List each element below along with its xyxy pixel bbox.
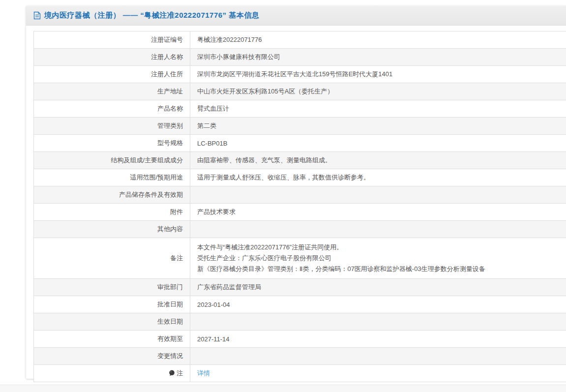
row-value <box>190 348 566 365</box>
remark-line: 受托生产企业：广东乐心医疗电子股份有限公司 <box>197 253 566 264</box>
table-row: 适用范围/预期用途适用于测量成人舒张压、收缩压、脉率，其数值供诊断参考。 <box>34 169 566 186</box>
row-label: 型号规格 <box>34 135 190 152</box>
row-label: 批准日期 <box>34 296 190 313</box>
table-row: 审批部门广东省药品监督管理局 <box>34 279 566 296</box>
page-background: 境内医疗器械（注册） —— “粤械注准20222071776” 基本信息 注册证… <box>0 0 566 392</box>
registration-info-table: 注册证编号粤械注准20222071776注册人名称深圳市小豚健康科技有限公司注册… <box>33 31 566 382</box>
table-row: 批准日期2023-01-04 <box>34 296 566 313</box>
table-row: 注册人住所深圳市龙岗区平湖街道禾花社区平吉大道北159号恒路E时代大厦1401 <box>34 66 566 83</box>
table-row: 生产地址中山市火炬开发区东利路105号A区（委托生产） <box>34 83 566 100</box>
row-value: 深圳市龙岗区平湖街道禾花社区平吉大道北159号恒路E时代大厦1401 <box>190 66 566 83</box>
row-value: 产品技术要求 <box>190 204 566 221</box>
row-label: 产品名称 <box>34 100 190 118</box>
row-value: 适用于测量成人舒张压、收缩压、脉率，其数值供诊断参考。 <box>190 169 566 186</box>
row-value: 粤械注准20222071776 <box>190 31 566 49</box>
row-value: 2023-01-04 <box>190 296 566 313</box>
table-row: 生效日期 <box>34 313 566 331</box>
row-value: 详情 <box>190 365 566 382</box>
table-row: 附件产品技术要求 <box>34 204 566 221</box>
table-row: 结构及组成/主要组成成分由阻塞袖带、传感器、充气泵、测量电路组成。 <box>34 152 566 169</box>
table-row: 产品名称臂式血压计 <box>34 100 566 118</box>
row-label: 适用范围/预期用途 <box>34 169 190 186</box>
page-title: 境内医疗器械（注册） —— “粤械注准20222071776” 基本信息 <box>44 11 259 20</box>
row-value: 臂式血压计 <box>190 100 566 118</box>
table-row: 变更情况 <box>34 348 566 365</box>
table-row: 注册证编号粤械注准20222071776 <box>34 31 566 49</box>
row-value: 本文件与“粤械注准20222071776”注册证共同使用。受托生产企业：广东乐心… <box>190 238 566 279</box>
row-value: 由阻塞袖带、传感器、充气泵、测量电路组成。 <box>190 152 566 169</box>
row-label: 注册人住所 <box>34 66 190 83</box>
row-label: 审批部门 <box>34 279 190 296</box>
row-value: 第二类 <box>190 118 566 135</box>
row-label: 管理类别 <box>34 118 190 135</box>
remark-line: 本文件与“粤械注准20222071776”注册证共同使用。 <box>197 242 566 253</box>
row-value: 2027-11-14 <box>190 331 566 348</box>
table-row: 管理类别第二类 <box>34 118 566 135</box>
table-row: 备注本文件与“粤械注准20222071776”注册证共同使用。受托生产企业：广东… <box>34 238 566 279</box>
row-value: 深圳市小豚健康科技有限公司 <box>190 49 566 66</box>
table-row: 注册人名称深圳市小豚健康科技有限公司 <box>34 49 566 66</box>
detail-link[interactable]: 详情 <box>197 369 210 377</box>
registration-info-panel: 境内医疗器械（注册） —— “粤械注准20222071776” 基本信息 注册证… <box>26 6 566 379</box>
panel-header: 境内医疗器械（注册） —— “粤械注准20222071776” 基本信息 <box>26 6 566 26</box>
row-value <box>190 221 566 238</box>
table-row: 其他内容 <box>34 221 566 238</box>
table-row: 有效期至2027-11-14 <box>34 331 566 348</box>
table-row: 型号规格LC-BP01B <box>34 135 566 152</box>
row-label: 生效日期 <box>34 313 190 331</box>
row-label: 其他内容 <box>34 221 190 238</box>
row-label: 注 <box>34 365 190 382</box>
row-label: 附件 <box>34 204 190 221</box>
row-label: 产品储存条件及有效期 <box>34 186 190 204</box>
info-table-body: 注册证编号粤械注准20222071776注册人名称深圳市小豚健康科技有限公司注册… <box>34 31 566 382</box>
page-footer-strip <box>0 385 566 392</box>
row-value: 广东省药品监督管理局 <box>190 279 566 296</box>
row-label: 有效期至 <box>34 331 190 348</box>
comment-icon <box>169 370 175 376</box>
row-value: 中山市火炬开发区东利路105号A区（委托生产） <box>190 83 566 100</box>
row-label: 注册证编号 <box>34 31 190 49</box>
row-label: 生产地址 <box>34 83 190 100</box>
row-value <box>190 313 566 331</box>
table-row: 注详情 <box>34 365 566 382</box>
row-label: 变更情况 <box>34 348 190 365</box>
document-icon <box>33 11 41 20</box>
row-label: 备注 <box>34 238 190 279</box>
row-value: LC-BP01B <box>190 135 566 152</box>
table-row: 产品储存条件及有效期 <box>34 186 566 204</box>
row-label: 结构及组成/主要组成成分 <box>34 152 190 169</box>
row-value <box>190 186 566 204</box>
row-label: 注册人名称 <box>34 49 190 66</box>
remark-line: 新《医疗器械分类目录》管理类别：Ⅱ类，分类编码：07医用诊察和监护器械-03生理… <box>197 264 566 274</box>
